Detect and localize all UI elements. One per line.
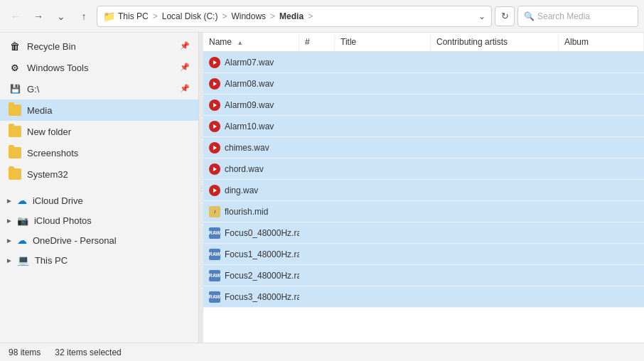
sidebar: 🗑 Recycle Bin 📌 ⚙ Windows Tools 📌 💾 G:\ … [0, 33, 199, 343]
folder-icon [9, 146, 21, 159]
table-row[interactable]: Alarm10.wav [203, 116, 644, 137]
item-count: 98 items [9, 347, 41, 357]
chevron-icon: ► [6, 197, 13, 205]
file-name: chimes.wav [225, 143, 269, 153]
col-album[interactable]: Album [559, 33, 644, 51]
cell-name: Alarm08.wav [203, 78, 299, 90]
file-name: Focus3_48000Hz.raw [225, 292, 299, 302]
wav-icon [209, 163, 220, 175]
back-button[interactable]: ← [6, 6, 26, 26]
up-icon: ↑ [82, 11, 87, 22]
refresh-icon: ↻ [501, 11, 509, 21]
folder-address-icon: 📁 [103, 11, 115, 22]
raw-icon: RAW [209, 270, 220, 281]
table-row[interactable]: Alarm09.wav [203, 95, 644, 116]
table-row[interactable]: RAW Focus1_48000Hz.raw [203, 244, 644, 265]
up-button[interactable]: ↑ [74, 6, 94, 26]
sidebar-item-new-folder[interactable]: New folder [0, 121, 198, 142]
wav-icon [209, 57, 220, 68]
file-rows-container: Alarm07.wav Alarm08.wav Alarm09.wav [203, 52, 644, 308]
chevron-icon: ► [6, 257, 13, 264]
table-row[interactable]: Alarm07.wav [203, 52, 644, 73]
tools-icon: ⚙ [9, 61, 21, 74]
file-name: Alarm10.wav [225, 122, 274, 131]
file-name: Alarm07.wav [225, 58, 274, 68]
pin-icon: 📌 [180, 41, 190, 51]
icloud-drive-icon: ☁ [17, 195, 27, 206]
cell-name: Alarm07.wav [203, 57, 299, 68]
selected-count: 32 items selected [55, 347, 121, 357]
sidebar-group-icloud-drive[interactable]: ► ☁ iCloud Drive [0, 190, 198, 210]
search-placeholder: Search Media [537, 11, 590, 21]
table-row[interactable]: ding.wav [203, 180, 644, 201]
breadcrumb-windows: Windows [231, 11, 266, 21]
file-name: Alarm09.wav [225, 100, 274, 110]
sidebar-group-this-pc[interactable]: ► 💻 This PC [0, 250, 198, 270]
address-dropdown-icon[interactable]: ⌄ [478, 11, 485, 21]
status-bar: 98 items 32 items selected [0, 343, 644, 361]
file-list: Name ▲ # Title Contributing artists Albu… [203, 33, 644, 343]
raw-icon: RAW [209, 291, 220, 303]
sort-arrow: ▲ [237, 39, 243, 46]
table-row[interactable]: RAW Focus2_48000Hz.raw [203, 265, 644, 286]
sidebar-item-recycle-bin[interactable]: 🗑 Recycle Bin 📌 [0, 36, 198, 57]
sidebar-item-media[interactable]: Media [0, 99, 198, 121]
sidebar-group-onedrive[interactable]: ► ☁ OneDrive - Personal [0, 230, 198, 250]
cell-name: chimes.wav [203, 142, 299, 153]
file-name: Alarm08.wav [225, 79, 274, 89]
file-list-header: Name ▲ # Title Contributing artists Albu… [203, 33, 644, 52]
recent-button[interactable]: ⌄ [51, 6, 71, 26]
file-name: Focus2_48000Hz.raw [225, 271, 299, 281]
pin-icon: 📌 [180, 84, 190, 94]
sidebar-item-label: Screenshots [27, 148, 190, 158]
pin-icon: 📌 [180, 63, 190, 72]
sidebar-item-windows-tools[interactable]: ⚙ Windows Tools 📌 [0, 57, 198, 78]
cell-name: Alarm09.wav [203, 99, 299, 111]
refresh-button[interactable]: ↻ [495, 6, 515, 26]
col-num[interactable]: # [299, 33, 335, 51]
sidebar-group-label: This PC [35, 255, 68, 266]
col-title[interactable]: Title [335, 33, 431, 51]
sidebar-item-label: Recycle Bin [27, 41, 174, 52]
table-row[interactable]: Alarm08.wav [203, 73, 644, 95]
sidebar-item-label: G:\ [27, 84, 174, 95]
forward-icon: → [33, 11, 43, 22]
dropdown-icon: ⌄ [57, 11, 65, 22]
cell-name: chord.wav [203, 163, 299, 175]
breadcrumb-media: Media [279, 11, 304, 21]
sidebar-item-system32[interactable]: System32 [0, 163, 198, 185]
sidebar-group-label: iCloud Photos [34, 215, 92, 226]
sidebar-group-label: iCloud Drive [33, 195, 83, 206]
cell-name: RAW Focus1_48000Hz.raw [203, 249, 299, 260]
col-name[interactable]: Name ▲ [203, 33, 299, 51]
breadcrumb-local-disk: Local Disk (C:) [162, 11, 218, 21]
main-area: 🗑 Recycle Bin 📌 ⚙ Windows Tools 📌 💾 G:\ … [0, 33, 644, 343]
search-box[interactable]: 🔍 Search Media [517, 6, 638, 27]
table-row[interactable]: chord.wav [203, 158, 644, 180]
back-icon: ← [11, 11, 21, 22]
chevron-icon: ► [6, 237, 13, 244]
address-bar[interactable]: 📁 This PC > Local Disk (C:) > Windows > … [97, 6, 492, 27]
toolbar: ← → ⌄ ↑ 📁 This PC > Local Disk (C:) > Wi… [0, 0, 644, 33]
sidebar-item-g-drive[interactable]: 💾 G:\ 📌 [0, 78, 198, 99]
folder-icon [9, 125, 21, 138]
breadcrumb-this-pc: This PC [118, 11, 149, 21]
pc-icon: 💻 [17, 254, 29, 266]
table-row[interactable]: ♪ flourish.mid [203, 201, 644, 222]
sidebar-item-screenshots[interactable]: Screenshots [0, 142, 198, 163]
cell-name: RAW Focus2_48000Hz.raw [203, 270, 299, 281]
file-name: flourish.mid [225, 207, 268, 217]
file-name: ding.wav [225, 185, 258, 195]
table-row[interactable]: RAW Focus3_48000Hz.raw [203, 286, 644, 308]
chevron-icon: ► [6, 217, 13, 225]
sidebar-item-label: System32 [27, 169, 190, 180]
table-row[interactable]: RAW Focus0_48000Hz.raw [203, 222, 644, 244]
wav-icon [209, 99, 220, 111]
col-artist[interactable]: Contributing artists [431, 33, 559, 51]
folder-icon [9, 104, 21, 117]
table-row[interactable]: chimes.wav [203, 137, 644, 158]
sidebar-group-icloud-photos[interactable]: ► 📷 iCloud Photos [0, 210, 198, 230]
forward-button[interactable]: → [28, 6, 48, 26]
search-icon: 🔍 [524, 11, 535, 21]
cell-name: ding.wav [203, 185, 299, 196]
